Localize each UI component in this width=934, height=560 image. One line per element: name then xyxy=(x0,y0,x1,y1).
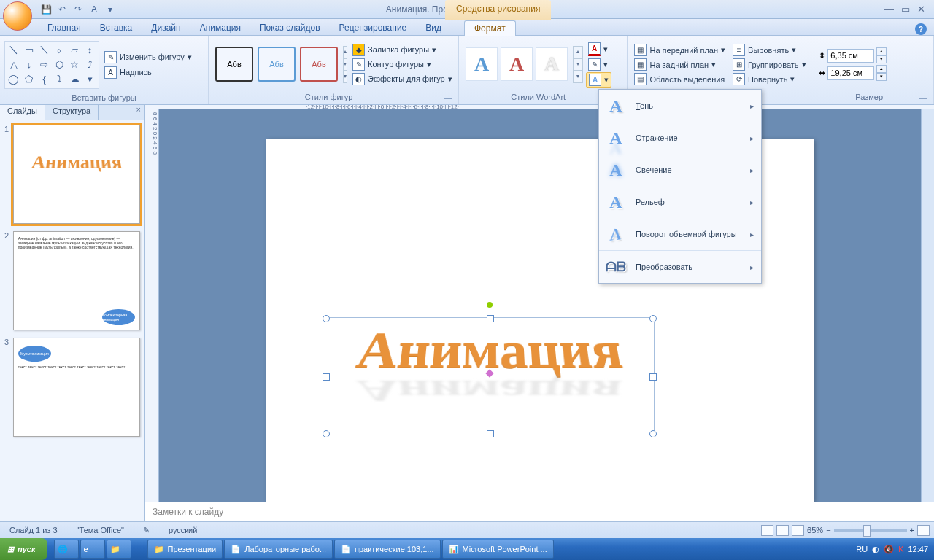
edit-shape-button[interactable]: ✎Изменить фигуру ▾ xyxy=(102,50,194,64)
menu-transform[interactable]: ᗩᗷПреобразовать▸ xyxy=(599,250,761,283)
menu-shadow[interactable]: AТень▸ xyxy=(599,90,761,122)
slide-counter: Слайд 1 из 3 xyxy=(4,524,63,536)
slide-thumb-1[interactable]: Анимация xyxy=(13,125,140,224)
save-icon[interactable]: 💾 xyxy=(39,3,53,16)
selection-pane-button[interactable]: ▤Область выделения xyxy=(632,72,727,86)
undo-icon[interactable]: ↶ xyxy=(55,3,69,16)
qat-item[interactable]: A xyxy=(88,3,101,16)
shape-outline-button[interactable]: ✎Контур фигуры ▾ xyxy=(350,58,455,71)
tb-chrome[interactable]: 🌐 xyxy=(54,540,79,559)
text-outline-button[interactable]: ✎▾ xyxy=(586,58,611,71)
rotate-handle[interactable] xyxy=(487,302,493,308)
tray-icon[interactable]: K xyxy=(898,545,903,553)
tab-view[interactable]: Вид xyxy=(416,20,451,35)
tb-explorer[interactable]: 📁 xyxy=(107,540,131,559)
language-status[interactable]: русский xyxy=(163,524,202,536)
tray-lang[interactable]: RU xyxy=(856,545,868,553)
normal-view-icon[interactable] xyxy=(761,525,773,536)
tab-home[interactable]: Главная xyxy=(38,20,90,35)
spell-icon[interactable]: ✎ xyxy=(138,524,155,537)
tab-design[interactable]: Дизайн xyxy=(142,20,190,35)
group-button[interactable]: ⊞Группировать ▾ xyxy=(730,58,808,71)
office-button[interactable] xyxy=(3,1,32,31)
quick-access-toolbar: 💾 ↶ ↷ A ▾ xyxy=(39,3,117,16)
dialog-launcher-icon[interactable] xyxy=(919,91,927,99)
menu-bevel[interactable]: AРельеф▸ xyxy=(599,186,761,218)
zoom-slider[interactable] xyxy=(834,529,907,532)
tb-ie[interactable]: e xyxy=(80,540,105,559)
close-icon[interactable]: ✕ xyxy=(917,4,925,15)
send-back-button[interactable]: ▦На задний план ▾ xyxy=(632,58,727,71)
start-button[interactable]: ⊞пуск xyxy=(0,538,47,560)
tab-format[interactable]: Формат xyxy=(464,20,516,36)
taskbar-item[interactable]: 📄 практические 103,1... xyxy=(334,540,441,559)
slides-tab[interactable]: Слайды xyxy=(0,105,45,120)
notes-pane[interactable]: Заметки к слайду xyxy=(145,502,934,521)
rotate-button[interactable]: ⟳Повернуть ▾ xyxy=(730,72,808,86)
textbox-button[interactable]: AНадпись xyxy=(102,66,194,79)
menu-3drotation[interactable]: AПоворот объемной фигуры▸ xyxy=(599,218,761,250)
wordart-shape[interactable]: Анимация Анимация xyxy=(325,317,655,435)
maximize-icon[interactable]: ▭ xyxy=(901,4,910,15)
tab-insert[interactable]: Вставка xyxy=(90,20,142,35)
width-input[interactable]: ⬌▴▾ xyxy=(819,65,887,81)
shape-effects-button[interactable]: ◐Эффекты для фигур ▾ xyxy=(350,72,455,86)
height-input[interactable]: ⬍▴▾ xyxy=(819,47,887,63)
slide-thumb-2[interactable]: Анимация (от фр. animation — оживление, … xyxy=(13,231,140,330)
status-bar: Слайд 1 из 3 "Тема Office" ✎ русский 65%… xyxy=(0,521,934,538)
ruler-vertical: 8·6·4·2·0·2·4·6·8 xyxy=(145,109,159,502)
ribbon-tabs: Главная Вставка Дизайн Анимация Показ сл… xyxy=(0,19,934,36)
zoom-out-icon[interactable]: − xyxy=(826,526,830,534)
align-button[interactable]: ≡Выровнять ▾ xyxy=(730,43,808,57)
menu-glow[interactable]: AСвечение▸ xyxy=(599,154,761,186)
menu-reflection[interactable]: AОтражение▸ xyxy=(599,122,761,154)
tray-icon[interactable]: 🔇 xyxy=(884,545,894,554)
shape-fill-button[interactable]: ◆Заливка фигуры ▾ xyxy=(350,43,455,57)
slide-thumb-3[interactable]: Мультипликациятекст текст текст текст те… xyxy=(13,338,140,437)
shape-styles-gallery[interactable]: Абв Абв Абв xyxy=(213,44,340,84)
qat-drop-icon[interactable]: ▾ xyxy=(104,3,117,16)
zoom-in-icon[interactable]: + xyxy=(910,526,914,534)
redo-icon[interactable]: ↷ xyxy=(72,3,85,16)
wordart-gallery[interactable]: A A A xyxy=(463,45,570,83)
title-bar: 💾 ↶ ↷ A ▾ Анимация. Проба - Microsoft Po… xyxy=(0,0,934,19)
panel-close-icon[interactable]: × xyxy=(133,105,144,120)
fit-icon[interactable] xyxy=(917,525,930,536)
zoom-value[interactable]: 65% xyxy=(807,526,823,534)
text-effects-menu: AТень▸ AОтражение▸ AСвечение▸ AРельеф▸ A… xyxy=(598,89,762,284)
taskbar-item[interactable]: 📊 Microsoft PowerPoint ... xyxy=(442,540,554,559)
slides-panel: Слайды Структура × 1Анимация 2Анимация (… xyxy=(0,105,145,521)
tray-icon[interactable]: ◐ xyxy=(872,545,879,554)
help-icon[interactable]: ? xyxy=(915,23,927,35)
tab-animation[interactable]: Анимация xyxy=(190,20,250,35)
tray-time[interactable]: 12:47 xyxy=(908,545,928,553)
taskbar-item[interactable]: 📄 Лабораторные рабо... xyxy=(224,540,333,559)
ribbon: ＼▭＼⬨▱↕ △↓⇨⬡☆⤴ ◯⬠{⤵☁▾ ✎Изменить фигуру ▾ … xyxy=(0,36,934,105)
theme-status: "Тема Office" xyxy=(72,524,129,536)
outline-tab[interactable]: Структура xyxy=(45,105,99,120)
scrollbar-vertical[interactable] xyxy=(921,109,934,502)
taskbar: ⊞пуск 🌐 e 📁 📁 Презентации 📄 Лабораторные… xyxy=(0,538,934,560)
text-fill-button[interactable]: A▾ xyxy=(586,42,611,57)
tab-slideshow[interactable]: Показ слайдов xyxy=(250,20,330,35)
dialog-launcher-icon[interactable] xyxy=(444,91,452,99)
taskbar-item[interactable]: 📁 Презентации xyxy=(147,540,223,559)
bring-front-button[interactable]: ▦На передний план ▾ xyxy=(632,43,727,57)
contextual-tab-label: Средства рисования xyxy=(445,0,551,20)
shapes-gallery[interactable]: ＼▭＼⬨▱↕ △↓⇨⬡☆⤴ ◯⬠{⤵☁▾ xyxy=(4,41,99,89)
sorter-view-icon[interactable] xyxy=(776,525,789,536)
tab-review[interactable]: Рецензирование xyxy=(330,20,417,35)
text-effects-button[interactable]: A▾ xyxy=(586,72,611,88)
slideshow-view-icon[interactable] xyxy=(792,525,804,536)
minimize-icon[interactable]: — xyxy=(884,4,894,15)
group-label: Вставить фигуры xyxy=(4,92,204,104)
